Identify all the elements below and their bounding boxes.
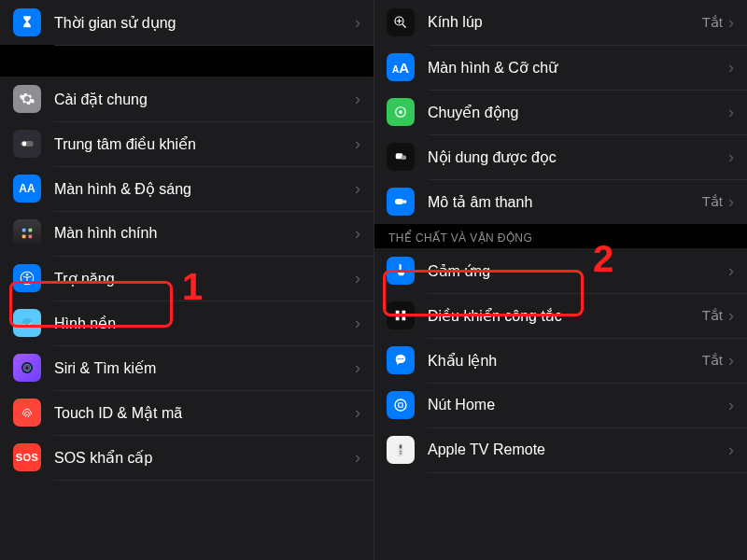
audio-description-icon [387, 188, 415, 216]
remote-icon [387, 436, 415, 464]
svg-rect-20 [402, 311, 406, 315]
row-value: Tắt [702, 307, 723, 324]
home-button-icon [387, 391, 415, 419]
row-label: Nút Home [428, 397, 728, 413]
row-label: Nội dung được đọc [428, 148, 728, 166]
row-label: Trung tâm điều khiển [54, 135, 355, 153]
row-label: Cài đặt chung [54, 91, 355, 108]
svg-rect-5 [29, 235, 33, 239]
siri-icon [13, 354, 41, 382]
svg-rect-21 [396, 317, 400, 321]
touch-icon [387, 257, 415, 285]
svg-rect-3 [29, 229, 33, 232]
svg-point-1 [22, 142, 27, 147]
row-value: Tắt [702, 14, 723, 31]
row-switch-control[interactable]: Điều khiển công tắc Tắt › [374, 293, 747, 338]
accessibility-icon [13, 264, 41, 292]
display-icon: AA [13, 175, 41, 203]
gear-icon [13, 85, 41, 113]
svg-rect-2 [22, 229, 26, 232]
toggle-icon [13, 130, 41, 158]
row-label: SOS khẩn cấp [54, 449, 355, 467]
row-accessibility[interactable]: Trợ năng › [0, 256, 374, 301]
chevron-right-icon: › [728, 261, 734, 281]
chevron-right-icon: › [355, 13, 360, 33]
chevron-right-icon: › [728, 147, 734, 167]
section-header-physical-motor: THỂ CHẤT VÀ VẬN ĐỘNG [374, 224, 747, 248]
chevron-right-icon: › [355, 134, 360, 154]
svg-point-23 [398, 358, 400, 360]
row-label: Trợ năng [54, 270, 355, 287]
home-screen-icon [13, 219, 41, 247]
row-label: Hình nền [54, 315, 355, 332]
panel-divider [374, 0, 374, 560]
row-label: Mô tả âm thanh [428, 193, 702, 211]
svg-rect-29 [400, 445, 402, 449]
row-label: Kính lúp [428, 14, 702, 31]
row-motion[interactable]: Chuyển động › [374, 90, 747, 134]
row-magnifier[interactable]: Kính lúp Tắt › [374, 0, 747, 45]
svg-rect-17 [395, 199, 403, 204]
chevron-right-icon: › [728, 13, 734, 33]
svg-point-9 [21, 362, 33, 373]
row-value: Tắt [702, 193, 723, 210]
row-label: Màn hình chính [54, 225, 355, 242]
row-wallpaper[interactable]: Hình nền › [0, 301, 374, 345]
chevron-right-icon: › [355, 358, 360, 378]
row-apple-tv-remote[interactable]: Apple TV Remote › [374, 427, 747, 472]
chevron-right-icon: › [728, 396, 734, 415]
svg-rect-16 [402, 156, 406, 161]
row-label: Cảm ứng [428, 262, 728, 280]
row-general[interactable]: Cài đặt chung › [0, 77, 374, 121]
row-touch[interactable]: Cảm ứng › [374, 248, 747, 293]
accessibility-detail-panel: Kính lúp Tắt › AA Màn hình & Cỡ chữ › Ch… [374, 0, 747, 560]
wallpaper-icon [13, 309, 41, 337]
chevron-right-icon: › [355, 448, 360, 468]
row-label: Apple TV Remote [428, 441, 728, 458]
row-screen-time[interactable]: Thời gian sử dụng › [0, 0, 374, 45]
svg-point-26 [395, 399, 406, 411]
voice-control-icon [387, 346, 415, 374]
chevron-right-icon: › [728, 351, 734, 371]
chevron-right-icon: › [355, 269, 360, 288]
row-display-text-size[interactable]: AA Màn hình & Cỡ chữ › [374, 45, 747, 90]
svg-point-24 [400, 358, 402, 360]
hourglass-icon [13, 8, 41, 36]
row-label: Màn hình & Cỡ chữ [428, 59, 728, 77]
chevron-right-icon: › [728, 306, 734, 326]
motion-icon [387, 98, 415, 126]
chevron-right-icon: › [728, 58, 734, 77]
magnifier-plus-icon [387, 8, 415, 36]
svg-rect-4 [22, 235, 26, 239]
text-size-icon: AA [387, 53, 415, 81]
row-home-screen[interactable]: Màn hình chính › [0, 211, 374, 256]
row-audio-descriptions[interactable]: Mô tả âm thanh Tắt › [374, 179, 747, 224]
sos-icon: SOS [13, 443, 41, 471]
chevron-right-icon: › [728, 441, 734, 460]
row-touchid-passcode[interactable]: Touch ID & Mật mã › [0, 390, 374, 435]
svg-rect-27 [399, 403, 403, 408]
row-home-button[interactable]: Nút Home › [374, 383, 747, 427]
row-display-brightness[interactable]: AA Màn hình & Độ sáng › [0, 166, 374, 211]
row-emergency-sos[interactable]: SOS SOS khẩn cấp › [0, 435, 374, 480]
row-value: Tắt [702, 352, 723, 369]
section-gap [0, 45, 374, 77]
row-siri-search[interactable]: Siri & Tìm kiếm › [0, 345, 374, 390]
row-label: Khẩu lệnh [428, 352, 702, 370]
row-spoken-content[interactable]: Nội dung được đọc › [374, 134, 747, 179]
row-label: Điều khiển công tắc [428, 307, 702, 325]
svg-point-18 [403, 200, 407, 203]
chevron-right-icon: › [355, 314, 360, 333]
settings-main-panel: Thời gian sử dụng › Cài đặt chung › Trun… [0, 0, 374, 560]
row-label: Touch ID & Mật mã [54, 404, 355, 422]
svg-point-30 [400, 451, 402, 453]
row-voice-control[interactable]: Khẩu lệnh Tắt › [374, 338, 747, 383]
row-control-center[interactable]: Trung tâm điều khiển › [0, 121, 374, 166]
row-label: Thời gian sử dụng [54, 14, 355, 32]
svg-point-25 [402, 358, 404, 360]
chevron-right-icon: › [355, 179, 360, 199]
chevron-right-icon: › [355, 224, 360, 244]
svg-point-14 [399, 110, 402, 114]
spoken-content-icon [387, 143, 415, 171]
svg-rect-19 [396, 311, 400, 315]
